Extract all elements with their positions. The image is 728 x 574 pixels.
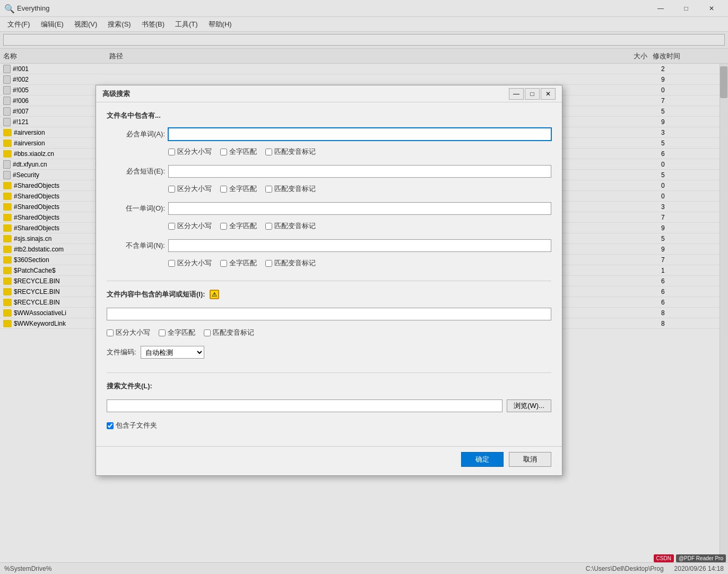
- required-word-input[interactable]: [168, 128, 551, 141]
- dialog-titlebar-controls: — □ ✕: [509, 88, 556, 100]
- ew1-diacritic-label[interactable]: 匹配变音标记: [265, 258, 316, 268]
- ew1-diacritic-checkbox[interactable]: [265, 260, 272, 267]
- watermark-badge1: CSDN: [654, 554, 674, 562]
- aw1-case-label[interactable]: 区分大小写: [168, 221, 212, 231]
- content-checkboxes: 区分大小写 全字匹配 匹配变音标记: [107, 328, 551, 337]
- required-phrase-row: 必含短语(E):: [107, 165, 551, 178]
- aw1-diacritic-label[interactable]: 匹配变音标记: [265, 221, 316, 231]
- cw1-whole-checkbox[interactable]: [220, 149, 227, 155]
- cp1-diacritic-label[interactable]: 匹配变音标记: [265, 184, 316, 194]
- folder-input[interactable]: [107, 399, 502, 412]
- any-word-label: 任一单词(O):: [107, 204, 165, 213]
- encoding-select[interactable]: 自动检测 UTF-8 UTF-16 GBK GB2312: [141, 346, 204, 359]
- advanced-search-dialog: 高级搜索 — □ ✕ 文件名中包含有... 必含单词(A): 区分大小写 全字匹…: [96, 85, 562, 476]
- ew1-whole-checkbox[interactable]: [220, 260, 227, 267]
- watermark: CSDN @PDF Reader Pro: [654, 554, 726, 562]
- ct1-diacritic-label[interactable]: 匹配变音标记: [204, 328, 254, 337]
- ew1-case-checkbox[interactable]: [168, 260, 175, 267]
- encoding-row: 文件编码: 自动检测 UTF-8 UTF-16 GBK GB2312: [107, 346, 551, 359]
- dialog-content: 文件名中包含有... 必含单词(A): 区分大小写 全字匹配 匹配变音标记 必含…: [96, 102, 562, 446]
- required-phrase-label: 必含短语(E):: [107, 167, 165, 176]
- content-section-title: 文件内容中包含的单词或短语(I): ⚠: [107, 290, 551, 299]
- aw1-diacritic-checkbox[interactable]: [265, 223, 272, 230]
- folder-row: 浏览(W)...: [107, 399, 551, 412]
- any-word-row: 任一单词(O):: [107, 202, 551, 215]
- exclude-word-checkboxes: 区分大小写 全字匹配 匹配变音标记: [168, 258, 551, 268]
- cp1-diacritic-checkbox[interactable]: [265, 186, 272, 193]
- warn-icon: ⚠: [210, 290, 219, 299]
- dialog-title: 高级搜索: [102, 89, 509, 99]
- ct1-whole-checkbox[interactable]: [159, 329, 166, 336]
- filename-section-title: 文件名中包含有...: [107, 111, 551, 120]
- cp1-case-label[interactable]: 区分大小写: [168, 184, 212, 194]
- subfolder-row: 包含子文件夹: [107, 421, 551, 430]
- exclude-word-label: 不含单词(N):: [107, 241, 165, 250]
- dialog-titlebar: 高级搜索 — □ ✕: [96, 85, 562, 102]
- dialog-footer: 确定 取消: [96, 446, 562, 475]
- any-word-input[interactable]: [168, 202, 551, 215]
- required-word-label: 必含单词(A):: [107, 129, 165, 139]
- cp1-whole-checkbox[interactable]: [220, 186, 227, 193]
- ew1-case-label[interactable]: 区分大小写: [168, 258, 212, 268]
- required-phrase-checkboxes: 区分大小写 全字匹配 匹配变音标记: [168, 184, 551, 194]
- required-word-row: 必含单词(A):: [107, 128, 551, 141]
- subfolder-label[interactable]: 包含子文件夹: [107, 421, 157, 430]
- folder-section-title: 搜索文件夹(L):: [107, 381, 551, 391]
- cw1-whole-label[interactable]: 全字匹配: [220, 147, 257, 156]
- cp1-case-checkbox[interactable]: [168, 186, 175, 193]
- ct1-diacritic-checkbox[interactable]: [204, 329, 211, 336]
- content-section-label: 文件内容中包含的单词或短语(I):: [107, 290, 205, 299]
- dialog-maximize-btn[interactable]: □: [525, 88, 540, 100]
- section-divider-2: [107, 372, 551, 373]
- section-divider-1: [107, 281, 551, 281]
- browse-button[interactable]: 浏览(W)...: [507, 399, 551, 412]
- cw1-diacritic-label[interactable]: 匹配变音标记: [265, 147, 316, 156]
- required-word-checkboxes: 区分大小写 全字匹配 匹配变音标记: [168, 147, 551, 156]
- aw1-case-checkbox[interactable]: [168, 223, 175, 230]
- cancel-button[interactable]: 取消: [509, 452, 551, 467]
- exclude-word-row: 不含单词(N):: [107, 239, 551, 252]
- dialog-minimize-btn[interactable]: —: [509, 88, 524, 100]
- aw1-whole-checkbox[interactable]: [220, 223, 227, 230]
- cw1-diacritic-checkbox[interactable]: [265, 149, 272, 155]
- subfolder-text: 包含子文件夹: [116, 421, 157, 430]
- any-word-checkboxes: 区分大小写 全字匹配 匹配变音标记: [168, 221, 551, 231]
- content-input[interactable]: [107, 308, 551, 320]
- ct1-case-checkbox[interactable]: [107, 329, 114, 336]
- ct1-case-label[interactable]: 区分大小写: [107, 328, 150, 337]
- subfolder-checkbox[interactable]: [107, 422, 114, 429]
- required-phrase-input[interactable]: [168, 165, 551, 178]
- ok-button[interactable]: 确定: [461, 452, 504, 467]
- cw1-case-checkbox[interactable]: [168, 149, 175, 155]
- watermark-badge2: @PDF Reader Pro: [676, 554, 726, 562]
- exclude-word-input[interactable]: [168, 239, 551, 252]
- encoding-label: 文件编码:: [107, 347, 136, 357]
- cp1-whole-label[interactable]: 全字匹配: [220, 184, 257, 194]
- cw1-case-label[interactable]: 区分大小写: [168, 147, 212, 156]
- ct1-whole-label[interactable]: 全字匹配: [159, 328, 195, 337]
- dialog-close-btn[interactable]: ✕: [541, 88, 556, 100]
- ew1-whole-label[interactable]: 全字匹配: [220, 258, 257, 268]
- aw1-whole-label[interactable]: 全字匹配: [220, 221, 257, 231]
